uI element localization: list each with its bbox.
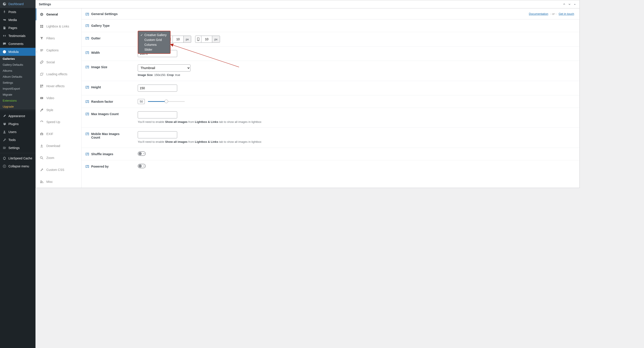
shuffle-toggle[interactable]: [138, 152, 146, 156]
sidebar-item-users[interactable]: Users: [0, 128, 36, 136]
tab-speed-up[interactable]: Speed Up: [36, 116, 82, 128]
gallery-type-dropdown[interactable]: Creative Gallery Custom Grid Columns Sli…: [138, 31, 170, 54]
svg-point-1: [4, 131, 5, 132]
submenu-galleries[interactable]: Galleries: [0, 56, 36, 62]
tab-hover-effects[interactable]: Hover effects: [36, 80, 82, 92]
sidebar-item-media[interactable]: Media: [0, 16, 36, 24]
option-creative-gallery[interactable]: Creative Gallery: [138, 32, 170, 37]
tab-custom-css[interactable]: Custom CSS: [36, 164, 82, 176]
help-badge[interactable]: [?]: [86, 51, 89, 54]
pages-icon: [2, 26, 7, 30]
desc-bold: Lightbox & Links: [195, 120, 218, 124]
help-badge[interactable]: [?]: [86, 112, 89, 115]
submenu-upgrade[interactable]: Upgrade: [0, 104, 36, 110]
help-badge[interactable]: [?]: [86, 100, 89, 103]
documentation-link[interactable]: Documentation: [529, 12, 548, 15]
tab-video[interactable]: Video: [36, 92, 82, 104]
crop-value: : true: [174, 73, 180, 77]
help-badge[interactable]: [?]: [86, 24, 89, 27]
sidebar-item-tools[interactable]: Tools: [0, 136, 36, 144]
tab-label: Download: [46, 144, 60, 148]
svg-point-17: [42, 181, 43, 182]
tab-filters[interactable]: Filters: [36, 32, 82, 44]
tab-loading-effects[interactable]: Loading effects: [36, 68, 82, 80]
sidebar-label: Tools: [8, 138, 16, 142]
sidebar-item-pages[interactable]: Pages: [0, 24, 36, 32]
sidebar-item-litespeed[interactable]: LiteSpeed Cache: [0, 154, 36, 162]
paintbrush-icon: [40, 108, 44, 112]
tab-captions[interactable]: Captions: [36, 44, 82, 56]
slider-thumb[interactable]: [164, 100, 168, 103]
help-badge[interactable]: [?]: [86, 85, 89, 89]
option-custom-grid[interactable]: Custom Grid: [138, 37, 170, 42]
sidebar-item-dashboard[interactable]: Dashboard: [0, 0, 36, 8]
max-images-input[interactable]: [138, 111, 177, 118]
gutter-tablet-value[interactable]: [173, 36, 184, 42]
tab-general[interactable]: General: [36, 8, 82, 20]
image-size-desc-label: Image Size: [138, 73, 152, 77]
panel-title: Settings: [39, 2, 51, 6]
tab-style[interactable]: Style: [36, 104, 82, 116]
help-badge[interactable]: [?]: [86, 165, 89, 168]
submenu-album-defaults[interactable]: Album Defaults: [0, 74, 36, 80]
tab-social[interactable]: Social: [36, 56, 82, 68]
sidebar-item-settings[interactable]: Settings: [0, 144, 36, 152]
option-slider[interactable]: Slider: [138, 47, 170, 52]
help-badge[interactable]: [?]: [86, 65, 89, 68]
help-badge[interactable]: [?]: [86, 36, 89, 40]
dashboard-icon: [2, 2, 7, 6]
submenu-gallery-defaults[interactable]: Gallery Defaults: [0, 62, 36, 68]
modula-submenu: Galleries Gallery Defaults Albums Album …: [0, 56, 36, 110]
separator: [0, 153, 36, 153]
tab-label: Lightbox & Links: [46, 24, 69, 28]
tab-download[interactable]: Download: [36, 140, 82, 152]
panel-up-icon[interactable]: [562, 3, 566, 6]
height-input[interactable]: [138, 85, 177, 92]
desc-text: You'll need to enable: [138, 140, 165, 144]
help-badge[interactable]: [?]: [86, 12, 89, 15]
gutter-mobile-value[interactable]: [201, 36, 212, 42]
tab-zoom[interactable]: Zoom: [36, 152, 82, 164]
field-mobile-max-images: [?] Mobile Max Images Count You'll need …: [82, 128, 580, 148]
submenu-settings[interactable]: Settings: [0, 80, 36, 86]
powered-toggle[interactable]: [138, 164, 146, 168]
sidebar-item-collapse[interactable]: Collapse menu: [0, 162, 36, 170]
help-badge[interactable]: [?]: [86, 152, 89, 156]
desc-text: from: [188, 140, 195, 144]
submenu-migrate[interactable]: Migrate: [0, 92, 36, 98]
submenu-extensions[interactable]: Extensions: [0, 98, 36, 104]
panel-down-icon[interactable]: [568, 3, 571, 6]
svg-rect-6: [42, 26, 43, 28]
field-label-text: Random factor: [91, 100, 113, 103]
mobile-max-images-input[interactable]: [138, 131, 177, 138]
tab-lightbox[interactable]: Lightbox & Links: [36, 20, 82, 32]
field-label-text: Max Images Count: [91, 112, 119, 116]
sidebar-item-appearance[interactable]: Appearance: [0, 112, 36, 120]
sidebar-label: LiteSpeed Cache: [8, 157, 32, 160]
sidebar-item-comments[interactable]: Comments: [0, 40, 36, 48]
submenu-albums[interactable]: Albums: [0, 68, 36, 74]
random-factor-slider[interactable]: [148, 101, 185, 102]
tab-exif[interactable]: EXIF: [36, 128, 82, 140]
image-size-select[interactable]: Thumbnail: [138, 64, 190, 71]
get-in-touch-link[interactable]: Get in touch: [558, 12, 574, 15]
panel-toggle-icon[interactable]: [573, 3, 576, 6]
settings-panel: Settings General Lightbox & Links: [36, 0, 580, 188]
sidebar-item-plugins[interactable]: Plugins: [0, 120, 36, 128]
gutter-mobile-input[interactable]: px: [195, 36, 220, 43]
separator: [0, 111, 36, 111]
field-shuffle: [?] Shuffle images: [82, 148, 580, 160]
field-label-text: Mobile Max Images Count: [91, 132, 126, 139]
desc-bold: Lightbox & Links: [195, 140, 218, 144]
wrench-small-icon: [40, 168, 44, 172]
help-badge[interactable]: [?]: [86, 132, 89, 135]
option-columns[interactable]: Columns: [138, 42, 170, 47]
tab-misc[interactable]: Misc: [36, 176, 82, 188]
svg-point-15: [40, 157, 42, 159]
content-title: General Settings: [91, 12, 118, 16]
sidebar-item-modula[interactable]: Modula: [0, 48, 36, 56]
field-label-text: Image Size: [91, 65, 107, 69]
sidebar-item-posts[interactable]: Posts: [0, 8, 36, 16]
sidebar-item-testimonials[interactable]: Testimonials: [0, 32, 36, 40]
submenu-import-export[interactable]: Import/Export: [0, 86, 36, 92]
